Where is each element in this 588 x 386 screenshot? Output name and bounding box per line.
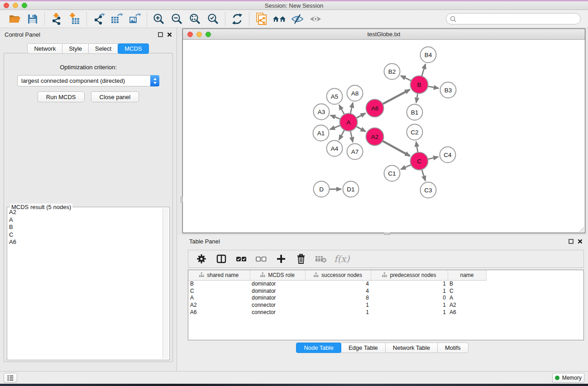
tab-network[interactable]: Network: [27, 43, 62, 54]
home-layout-button[interactable]: [271, 12, 287, 26]
table-cell[interactable]: dominator: [250, 280, 305, 287]
tab-network-table[interactable]: Network Table: [385, 343, 438, 353]
import-table-button[interactable]: [67, 12, 83, 26]
table-cell[interactable]: connector: [250, 301, 305, 309]
table-cell[interactable]: 1: [305, 309, 371, 316]
network-window-titlebar[interactable]: testGlobe.txt: [183, 29, 585, 40]
result-scrollbar[interactable]: [163, 208, 168, 359]
new-network-from-selection-button[interactable]: [253, 12, 269, 26]
function-builder-button[interactable]: f(x): [334, 253, 349, 264]
table-cell[interactable]: C: [188, 287, 250, 295]
table-cell[interactable]: 1: [305, 301, 371, 309]
home-layout-icon: [272, 14, 286, 24]
hierarchy-icon: [199, 272, 204, 277]
window-resize-grip[interactable]: [578, 226, 584, 232]
table-cell[interactable]: B: [448, 280, 486, 287]
column-visibility-button[interactable]: [215, 253, 228, 265]
table-cell[interactable]: B: [188, 280, 250, 287]
result-item[interactable]: A2: [8, 209, 162, 216]
open-session-button[interactable]: [6, 12, 23, 26]
horizontal-splitter-handle[interactable]: [181, 196, 183, 203]
table-cell[interactable]: 1: [371, 301, 448, 309]
select-all-button[interactable]: [234, 253, 248, 265]
delete-table-button[interactable]: [314, 253, 328, 265]
show-details-button[interactable]: [307, 12, 324, 26]
table-cell[interactable]: connector: [250, 309, 305, 316]
workspace-area: testGlobe.txt AA1A2A3A4A5A6A7A8BB1B2B3B4…: [177, 28, 588, 371]
close-table-panel-icon[interactable]: [578, 239, 583, 244]
table-row[interactable]: Bdominator41B: [188, 280, 486, 287]
save-session-button[interactable]: [24, 12, 41, 26]
table-cell[interactable]: A2: [188, 301, 250, 309]
tab-edge-table[interactable]: Edge Table: [341, 343, 386, 353]
tab-motifs[interactable]: Motifs: [437, 343, 468, 353]
column-header-shared-name[interactable]: shared name: [188, 270, 250, 280]
task-history-button[interactable]: [4, 373, 17, 383]
add-column-button[interactable]: [274, 253, 288, 265]
table-cell[interactable]: dominator: [250, 287, 305, 295]
search-input[interactable]: [459, 15, 577, 22]
import-network-button[interactable]: [48, 12, 65, 26]
network-search-field[interactable]: [446, 13, 581, 24]
tab-mcds[interactable]: MCDS: [118, 43, 148, 54]
column-label: predecessor nodes: [390, 272, 436, 278]
table-row[interactable]: Adominator80A: [188, 294, 486, 301]
vertical-splitter-handle[interactable]: [384, 233, 390, 235]
column-header-MCDS-role[interactable]: MCDS role: [250, 270, 305, 280]
column-header-successor-nodes[interactable]: successor nodes: [305, 270, 371, 280]
table-cell[interactable]: A: [448, 294, 486, 301]
column-header-predecessor-nodes[interactable]: predecessor nodes: [371, 270, 448, 280]
export-table-button[interactable]: [109, 12, 125, 26]
refresh-button[interactable]: [229, 12, 245, 26]
close-panel-button[interactable]: Close panel: [91, 91, 139, 102]
criterion-label: Optimization criterion:: [4, 64, 172, 71]
tab-style[interactable]: Style: [62, 43, 89, 54]
table-row[interactable]: Cdominator41C: [188, 287, 486, 295]
export-network-button[interactable]: [91, 12, 107, 26]
table-cell[interactable]: A6: [188, 309, 250, 316]
table-cell[interactable]: 1: [371, 309, 448, 316]
close-panel-icon[interactable]: [167, 32, 172, 37]
result-item[interactable]: A6: [8, 238, 162, 246]
control-panel-title: Control Panel: [5, 31, 40, 38]
float-panel-icon[interactable]: [158, 32, 163, 37]
export-network-icon: [93, 13, 105, 25]
table-cell[interactable]: A: [188, 294, 250, 301]
zoom-selected-button[interactable]: [205, 12, 221, 26]
result-item[interactable]: A: [8, 216, 162, 224]
zoom-fit-icon: [189, 13, 201, 25]
network-canvas[interactable]: AA1A2A3A4A5A6A7A8BB1B2B3B4CC1C2C3C4DD1: [183, 40, 585, 233]
node-table[interactable]: shared nameMCDS rolesuccessor nodesprede…: [188, 270, 584, 340]
tab-select[interactable]: Select: [88, 43, 118, 54]
table-panel-header: Table Panel: [177, 235, 588, 247]
table-cell[interactable]: 8: [305, 294, 371, 301]
table-cell[interactable]: 4: [305, 280, 371, 287]
column-header-name[interactable]: name: [448, 270, 486, 280]
table-cell[interactable]: 1: [371, 287, 448, 295]
deselect-all-button[interactable]: [254, 253, 268, 265]
zoom-out-button[interactable]: [169, 12, 185, 26]
zoom-fit-button[interactable]: [187, 12, 203, 26]
result-item[interactable]: C: [8, 231, 162, 239]
hierarchy-icon: [314, 272, 319, 277]
table-cell[interactable]: dominator: [250, 294, 305, 301]
zoom-in-button[interactable]: [151, 12, 167, 26]
float-table-panel-icon[interactable]: [569, 239, 574, 244]
result-item[interactable]: B: [8, 224, 162, 231]
table-cell[interactable]: C: [448, 287, 486, 295]
table-cell[interactable]: A6: [448, 309, 486, 316]
table-cell[interactable]: A2: [448, 301, 486, 309]
criterion-select[interactable]: largest connected component (directed): [17, 75, 159, 86]
run-mcds-button[interactable]: Run MCDS: [38, 91, 85, 102]
table-row[interactable]: A2connector11A2: [188, 301, 486, 309]
table-cell[interactable]: 1: [371, 280, 448, 287]
table-cell[interactable]: 4: [305, 287, 371, 295]
delete-column-button[interactable]: [294, 253, 308, 265]
tab-node-table[interactable]: Node Table: [296, 343, 341, 353]
table-settings-button[interactable]: [195, 253, 208, 265]
memory-button[interactable]: Memory: [552, 373, 584, 383]
table-row[interactable]: A6connector11A6: [188, 309, 486, 316]
hide-panels-button[interactable]: [289, 12, 306, 26]
export-image-button[interactable]: [127, 12, 143, 26]
table-cell[interactable]: 0: [371, 294, 448, 301]
